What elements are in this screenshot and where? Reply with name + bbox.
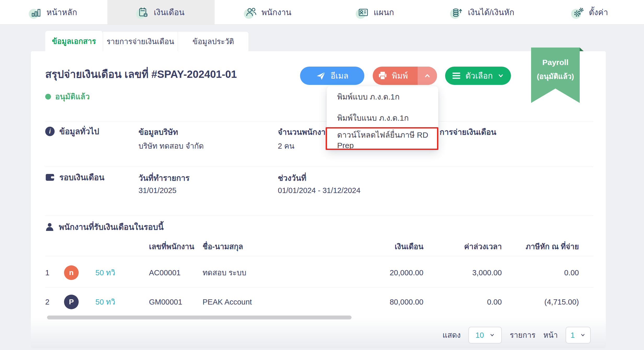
nav-item-home[interactable]: หน้าหลัก xyxy=(0,0,107,24)
tab-history[interactable]: ข้อมูลประวัติ xyxy=(178,32,249,51)
payroll-app-screen: หน้าหลัก เงินเดือน พนักงาน xyxy=(0,0,644,350)
pagination: แสดง 10 รายการ หน้า 1 xyxy=(45,326,591,344)
nav-label: แผนก xyxy=(373,6,394,19)
chevron-up-icon xyxy=(424,73,431,79)
avatar: n xyxy=(64,265,79,280)
tax-cert-link[interactable]: 50 ทวิ xyxy=(95,298,115,306)
per-page-value: 10 xyxy=(475,331,484,340)
date-range-value: 01/01/2024 - 31/12/2024 xyxy=(278,186,360,195)
ribbon-line1: Payroll xyxy=(542,58,568,67)
table-header-row: เลขที่พนักงาน ชื่อ-นามสกุล เงินเดือน ค่า… xyxy=(45,238,579,255)
items-label: รายการ xyxy=(510,329,535,341)
col-overtime: ค่าล่วงเวลา xyxy=(423,241,502,253)
options-button-label: ตัวเลือก xyxy=(465,69,493,82)
row-index: 1 xyxy=(45,269,64,277)
salary-cell: 80,000.00 xyxy=(318,298,423,306)
chevron-down-icon xyxy=(580,333,586,337)
id-card-icon xyxy=(357,6,369,18)
divider xyxy=(45,167,593,167)
tab-label: ข้อมูลประวัติ xyxy=(193,36,234,48)
employee-count-value: 2 คน xyxy=(278,140,294,152)
tax-cell: 0.00 xyxy=(502,269,579,277)
settings-gears-icon xyxy=(573,6,585,18)
email-button[interactable]: อีเมล xyxy=(300,67,364,85)
print-menu: พิมพ์แบบ ภ.ง.ด.1ก พิมพ์ใบแนบ ภ.ง.ด.1ก ดา… xyxy=(327,86,438,150)
print-menu-toggle[interactable] xyxy=(418,67,437,85)
employee-name-cell: PEAK Account xyxy=(203,298,318,306)
col-employee-no: เลขที่พนักงาน xyxy=(149,241,203,253)
tab-label: รายการจ่ายเงินเดือน xyxy=(107,36,174,48)
nav-label: พนักงาน xyxy=(262,6,291,19)
ribbon-line2: (อนุมัติแล้ว) xyxy=(537,71,574,82)
status-text: อนุมัติแล้ว xyxy=(55,90,90,103)
tax-cell: (4,715.00) xyxy=(502,298,579,306)
person-icon xyxy=(45,223,54,231)
tab-document-info[interactable]: ข้อมูลเอกสาร xyxy=(45,31,103,52)
col-salary: เงินเดือน xyxy=(318,241,423,253)
table-row-divider xyxy=(45,287,593,288)
menu-item-print-pnd1k-attachment[interactable]: พิมพ์ใบแนบ ภ.ง.ด.1ก xyxy=(327,107,438,129)
page-select[interactable]: 1 xyxy=(566,327,591,343)
chevron-down-icon xyxy=(497,73,504,78)
nav-label: หน้าหลัก xyxy=(47,6,77,19)
tax-cert-link[interactable]: 50 ทวิ xyxy=(95,269,115,277)
transaction-date-value: 31/01/2025 xyxy=(139,186,176,195)
nav-label: ตั้งค่า xyxy=(589,6,608,19)
employee-name-cell: ทดสอบ ระบบ xyxy=(203,267,318,279)
employee-no-cell: AC00001 xyxy=(149,269,203,277)
row-index: 2 xyxy=(45,298,64,306)
options-button[interactable]: ตัวเลือก xyxy=(445,67,511,85)
nav-item-payroll[interactable]: เงินเดือน xyxy=(107,0,215,24)
paper-plane-icon xyxy=(316,71,326,81)
divider xyxy=(45,215,593,215)
list-icon xyxy=(452,72,461,80)
print-split-button: พิมพ์ xyxy=(373,67,437,85)
info-icon: i xyxy=(45,127,55,136)
nav-item-employees[interactable]: พนักงาน xyxy=(215,0,322,24)
print-button[interactable]: พิมพ์ xyxy=(373,67,413,85)
page-value: 1 xyxy=(571,331,575,340)
nav-item-income-deductions[interactable]: เงินได้/เงินหัก xyxy=(429,0,537,24)
employees-icon xyxy=(245,6,257,18)
show-label: แสดง xyxy=(442,329,461,341)
transaction-date-label: วันที่ทำรายการ xyxy=(139,172,189,184)
printer-icon xyxy=(378,71,388,81)
general-info-section: i ข้อมูลทั่วไป xyxy=(45,125,99,138)
page-title: สรุปจ่ายเงินเดือน เลขที่ #SPAY-202401-01 xyxy=(45,66,237,83)
nav-item-settings[interactable]: ตั้งค่า xyxy=(537,0,644,24)
document-card: สรุปจ่ายเงินเดือน เลขที่ #SPAY-202401-01… xyxy=(31,51,606,348)
employee-section-label: พนักงานที่รับเงินเดือนในรอบนี้ xyxy=(59,220,164,234)
email-button-label: อีเมล xyxy=(331,69,349,82)
employee-no-cell: GM00001 xyxy=(149,298,203,306)
table-row: 2 P 50 ทวิ GM00001 PEAK Account 80,000.0… xyxy=(45,288,579,316)
ribbon-fold xyxy=(580,48,584,51)
company-value: บริษัท ทดสอบ จำกัด xyxy=(139,140,204,152)
tab-label: ข้อมูลเอกสาร xyxy=(52,35,96,47)
nav-label: เงินเดือน xyxy=(154,6,184,19)
payment-method-label: การจ่ายเงินเดือน xyxy=(440,126,496,138)
employee-section: พนักงานที่รับเงินเดือนในรอบนี้ xyxy=(45,220,164,234)
menu-item-print-pnd1k[interactable]: พิมพ์แบบ ภ.ง.ด.1ก xyxy=(327,86,438,107)
tab-payroll-payments[interactable]: รายการจ่ายเงินเดือน xyxy=(103,32,178,51)
bar-chart-icon xyxy=(30,6,42,18)
nav-item-departments[interactable]: แผนก xyxy=(322,0,429,24)
print-button-label: พิมพ์ xyxy=(392,69,408,82)
payroll-period-label: รอบเงินเดือน xyxy=(59,171,104,184)
table-row: 1 n 50 ทวิ AC00001 ทดสอบ ระบบ 20,000.00 … xyxy=(45,259,579,286)
per-page-select[interactable]: 10 xyxy=(468,327,502,343)
menu-item-download-rd-prep[interactable]: ดาวน์โหลดไฟล์ยื่นภาษี RD Prep xyxy=(327,129,438,150)
col-name: ชื่อ-นามสกุล xyxy=(203,241,318,253)
status-badge: อนุมัติแล้ว xyxy=(45,90,90,103)
general-info-label: ข้อมูลทั่วไป xyxy=(59,125,99,138)
payroll-calendar-icon xyxy=(137,6,150,18)
page-label: หน้า xyxy=(543,329,558,341)
table-header-divider xyxy=(45,256,593,256)
wallet-icon xyxy=(45,173,55,182)
tab-group: รายการจ่ายเงินเดือน ข้อมูลประวัติ xyxy=(103,31,249,51)
avatar: P xyxy=(64,295,79,309)
col-withholding-tax: ภาษีหัก ณ ที่จ่าย xyxy=(502,241,579,253)
payroll-period-section: รอบเงินเดือน xyxy=(45,171,104,184)
overtime-cell: 0.00 xyxy=(423,298,502,306)
date-range-label: ช่วงวันที่ xyxy=(278,172,306,184)
top-navigation: หน้าหลัก เงินเดือน พนักงาน xyxy=(0,0,644,25)
